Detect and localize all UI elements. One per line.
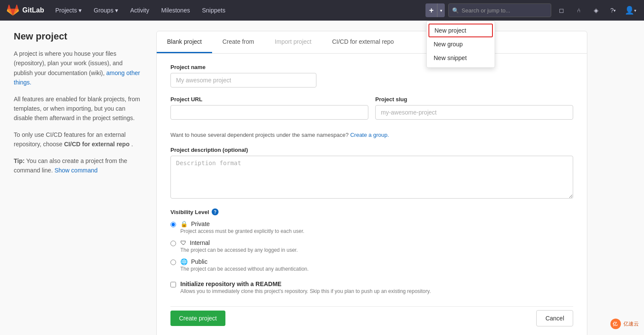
- help-icon: ?: [611, 7, 614, 14]
- visibility-public-option: 🌐 Public The project can be accessed wit…: [170, 258, 573, 272]
- chevron-down-icon: ▾: [614, 8, 616, 13]
- brand-name: GitLab: [22, 6, 44, 14]
- description-input[interactable]: [170, 156, 573, 199]
- visibility-title: Visibility Level ?: [170, 208, 573, 215]
- todo-icon-btn[interactable]: ◻: [555, 3, 568, 17]
- project-url-label: Project URL: [170, 96, 368, 103]
- project-description-group: Project description (optional): [170, 147, 573, 200]
- cancel-button[interactable]: Cancel: [536, 310, 573, 326]
- readme-section: Initialize repository with a README Allo…: [170, 281, 573, 294]
- description-para-1: A project is where you house your files …: [14, 49, 143, 88]
- visibility-private-radio[interactable]: [170, 222, 176, 227]
- visibility-internal-option: 🛡 Internal The project can be accessed b…: [170, 239, 573, 253]
- search-box[interactable]: 🔍: [448, 3, 551, 17]
- yisu-logo-icon: 亿: [610, 318, 622, 330]
- tab-cicd[interactable]: CI/CD for external repo: [322, 31, 404, 53]
- merge-requests-icon-btn[interactable]: ⑃: [572, 3, 586, 17]
- form-actions: Create project Cancel: [170, 306, 573, 326]
- new-chevron-icon: ▾: [437, 3, 445, 17]
- project-slug-label: Project slug: [375, 96, 573, 103]
- visibility-section: Visibility Level ? 🔒 Private Project acc…: [170, 208, 573, 272]
- project-url-group: Project URL https://gitlab.com/wardennn/: [170, 96, 368, 120]
- project-url-input[interactable]: https://gitlab.com/wardennn/: [170, 105, 368, 120]
- search-icon: 🔍: [452, 7, 459, 14]
- public-desc: The project can be accessed without any …: [180, 266, 573, 272]
- gitlab-logo-icon: [7, 4, 19, 16]
- create-project-button[interactable]: Create project: [170, 311, 225, 326]
- project-name-label: Project name: [170, 64, 573, 70]
- lock-icon: 🔒: [180, 220, 188, 227]
- project-name-input[interactable]: [170, 73, 316, 88]
- page-title: New project: [14, 31, 143, 42]
- content-area: New project A project is where you house…: [0, 21, 601, 335]
- search-input[interactable]: [462, 7, 547, 14]
- readme-checkbox[interactable]: [170, 282, 176, 287]
- readme-desc: Allows you to immediately clone this pro…: [180, 288, 431, 294]
- visibility-help-icon[interactable]: ?: [212, 208, 219, 215]
- issues-icon: ◈: [594, 7, 598, 14]
- dropdown-new-project[interactable]: New project: [428, 24, 493, 37]
- tab-create-from[interactable]: Create from: [212, 31, 264, 53]
- namespace-hint: Want to house several dependent projects…: [170, 132, 573, 138]
- tab-blank-project[interactable]: Blank project: [157, 31, 212, 53]
- navbar: GitLab Projects ▾ Groups ▾ Activity Mile…: [0, 0, 644, 21]
- private-desc: Project access must be granted explicitl…: [180, 228, 573, 234]
- main-panel: Blank project Create from Import project…: [156, 31, 587, 335]
- merge-icon: ⑃: [577, 7, 580, 14]
- nav-milestones[interactable]: Milestones: [157, 5, 194, 15]
- description-para-2: All features are enabled for blank proje…: [14, 94, 143, 123]
- globe-icon: 🌐: [180, 258, 188, 265]
- internal-desc: The project can be accessed by any logge…: [180, 247, 573, 253]
- new-dropdown-menu: New project New group New snippet: [426, 21, 495, 68]
- nav-projects[interactable]: Projects ▾: [51, 5, 86, 15]
- chevron-down-icon: ▾: [79, 7, 82, 14]
- chevron-down-icon: ▾: [634, 8, 636, 13]
- description-label: Project description (optional): [170, 147, 573, 153]
- footer-logo: 亿 亿速云: [610, 318, 639, 330]
- avatar-icon: 👤: [625, 6, 634, 15]
- nav-groups[interactable]: Groups ▾: [89, 5, 122, 15]
- footer-logo-text: 亿速云: [623, 320, 639, 328]
- show-command-link[interactable]: Show command: [55, 167, 97, 174]
- left-panel: New project A project is where you house…: [14, 31, 143, 335]
- project-slug-input[interactable]: [375, 105, 573, 120]
- url-slug-row: Project URL https://gitlab.com/wardennn/…: [170, 96, 573, 128]
- nav-snippets[interactable]: Snippets: [197, 5, 229, 15]
- tabs-bar: Blank project Create from Import project…: [157, 31, 587, 54]
- dropdown-new-group[interactable]: New group: [427, 37, 495, 51]
- todo-icon: ◻: [559, 7, 564, 14]
- create-group-link[interactable]: Create a group.: [350, 132, 389, 138]
- tip-paragraph: Tip: You can also create a project from …: [14, 156, 143, 175]
- readme-label: Initialize repository with a README: [180, 281, 431, 287]
- project-name-group: Project name: [170, 64, 573, 88]
- description-para-3: To only use CI/CD features for an extern…: [14, 130, 143, 149]
- svg-text:亿: 亿: [612, 321, 618, 326]
- nav-activity[interactable]: Activity: [126, 5, 153, 15]
- visibility-internal-radio[interactable]: [170, 241, 176, 246]
- chevron-down-icon: ▾: [115, 7, 118, 14]
- user-avatar-btn[interactable]: 👤 ▾: [623, 3, 637, 17]
- new-button[interactable]: + ▾: [425, 3, 445, 17]
- form-body: Project name Project URL https://gitlab.…: [157, 54, 587, 335]
- shield-icon: 🛡: [180, 239, 186, 246]
- issues-icon-btn[interactable]: ◈: [589, 3, 603, 17]
- help-icon-btn[interactable]: ? ▾: [606, 3, 620, 17]
- new-plus-icon: +: [425, 3, 437, 17]
- tab-import[interactable]: Import project: [264, 31, 322, 53]
- visibility-public-radio[interactable]: [170, 260, 176, 265]
- visibility-private-option: 🔒 Private Project access must be granted…: [170, 220, 573, 234]
- brand[interactable]: GitLab: [7, 4, 44, 16]
- dropdown-new-snippet[interactable]: New snippet: [427, 51, 495, 65]
- project-slug-group: Project slug: [375, 96, 573, 120]
